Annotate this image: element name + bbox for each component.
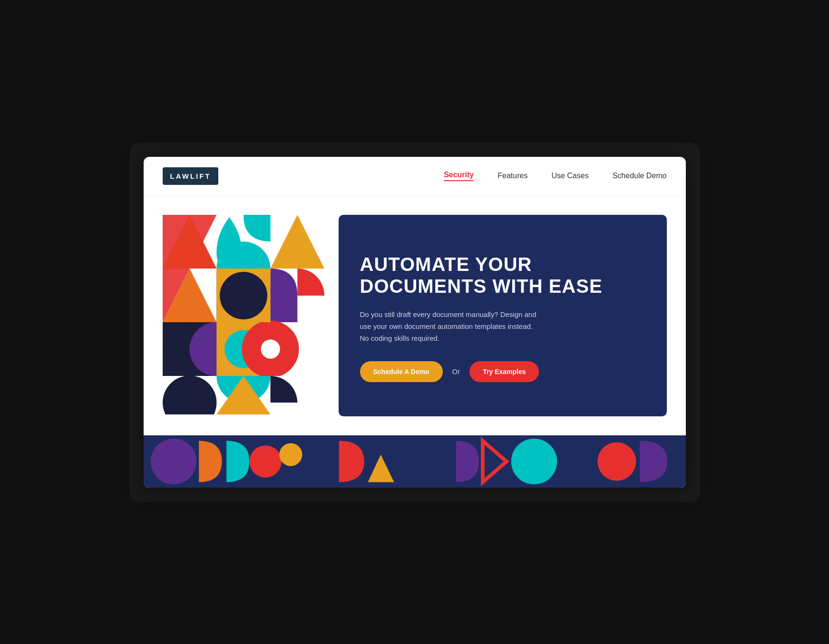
cta-row: Schedule A Demo Or Try Examples (360, 361, 645, 382)
svg-marker-22 (482, 441, 506, 482)
nav-features[interactable]: Features (497, 172, 527, 180)
svg-point-9 (261, 339, 280, 358)
svg-marker-1 (270, 215, 324, 269)
hero-description: Do you still draft every document manual… (360, 309, 541, 344)
svg-point-23 (511, 438, 557, 484)
navigation: LAWLIFT Security Features Use Cases Sche… (144, 157, 686, 196)
svg-marker-21 (428, 441, 451, 482)
schedule-demo-button[interactable]: Schedule A Demo (360, 361, 443, 382)
bottom-shapes (148, 435, 681, 488)
svg-point-18 (249, 445, 282, 478)
logo: LAWLIFT (163, 167, 219, 185)
bottom-banner (144, 435, 686, 488)
svg-point-15 (220, 272, 267, 319)
nav-links: Security Features Use Cases Schedule Dem… (444, 171, 666, 181)
nav-schedule-demo[interactable]: Schedule Demo (613, 172, 667, 180)
svg-point-24 (597, 442, 636, 481)
hero-card: AUTOMATE YOUR DOCUMENTS WITH EASE Do you… (339, 215, 667, 416)
nav-security[interactable]: Security (444, 171, 474, 181)
svg-point-17 (150, 438, 196, 484)
main-content: AUTOMATE YOUR DOCUMENTS WITH EASE Do you… (144, 196, 686, 435)
geometric-illustration (163, 215, 324, 414)
try-examples-button[interactable]: Try Examples (469, 361, 539, 382)
screen-wrapper: LAWLIFT Security Features Use Cases Sche… (129, 143, 700, 502)
svg-point-19 (279, 443, 302, 466)
browser-window: LAWLIFT Security Features Use Cases Sche… (144, 157, 686, 488)
hero-title: AUTOMATE YOUR DOCUMENTS WITH EASE (360, 253, 645, 297)
art-panel (163, 215, 324, 416)
nav-use-cases[interactable]: Use Cases (551, 172, 588, 180)
or-label: Or (452, 367, 460, 375)
